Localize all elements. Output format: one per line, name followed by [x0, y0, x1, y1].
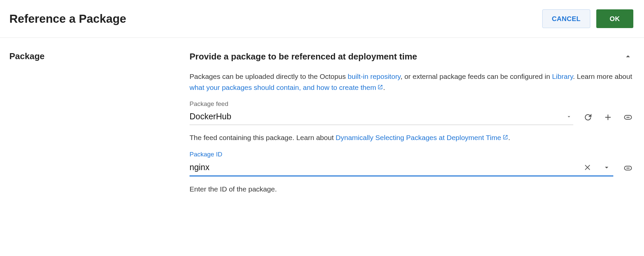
dynamic-packages-link[interactable]: Dynamically Selecting Packages at Deploy… [336, 134, 508, 141]
bind-package-id-button[interactable] [623, 163, 633, 173]
link-text: Dynamically Selecting Packages at Deploy… [336, 134, 501, 141]
content-area: Package Provide a package to be referenc… [0, 38, 644, 215]
section-help-text: Packages can be uploaded directly to the… [190, 71, 633, 93]
refresh-feed-button[interactable] [583, 112, 593, 123]
link-icon [623, 113, 633, 122]
package-feed-row: DockerHub [190, 110, 633, 125]
bind-feed-button[interactable] [623, 112, 633, 123]
dialog-title: Reference a Package [9, 12, 126, 25]
section-label: Package [9, 51, 190, 61]
package-id-inline-actions [583, 162, 612, 173]
package-id-input[interactable] [190, 162, 583, 172]
package-feed-select[interactable]: DockerHub [190, 110, 573, 125]
help-text-fragment: The feed containing this package. Learn … [190, 134, 336, 141]
package-id-row [190, 160, 633, 176]
package-id-label: Package ID [190, 151, 633, 158]
link-text: what your packages should contain, and h… [190, 84, 376, 91]
help-text-fragment: . Learn more about [573, 73, 632, 80]
section-title-row: Provide a package to be referenced at de… [190, 51, 633, 62]
section-body: Provide a package to be referenced at de… [190, 51, 633, 202]
ok-button[interactable]: OK [596, 9, 633, 28]
help-text-fragment: , or external package feeds can be confi… [400, 73, 552, 80]
package-id-dropdown-button[interactable] [601, 162, 612, 173]
add-feed-button[interactable] [603, 112, 613, 123]
external-link-icon [377, 84, 383, 90]
cancel-button[interactable]: CANCEL [542, 9, 590, 28]
feed-actions [583, 112, 633, 123]
clear-package-id-button[interactable] [583, 162, 593, 173]
package-feed-value: DockerHub [190, 112, 231, 121]
help-text-fragment: . [508, 134, 510, 141]
built-in-repository-link[interactable]: built-in repository [348, 73, 400, 80]
section-label-column: Package [9, 51, 190, 202]
package-id-help-text: Enter the ID of the package. [190, 184, 633, 195]
chevron-up-icon [623, 52, 633, 61]
close-icon [584, 163, 592, 171]
dialog-header: Reference a Package CANCEL OK [0, 0, 644, 38]
library-link[interactable]: Library [552, 73, 573, 80]
external-link-icon [503, 134, 508, 140]
package-id-input-wrapper [190, 160, 613, 176]
header-actions: CANCEL OK [542, 9, 633, 28]
refresh-icon [583, 113, 593, 122]
collapse-toggle[interactable] [623, 51, 633, 62]
section-title: Provide a package to be referenced at de… [190, 51, 417, 62]
dropdown-caret-icon [603, 163, 611, 171]
link-icon [623, 163, 633, 173]
package-contents-link[interactable]: what your packages should contain, and h… [190, 84, 383, 91]
help-text-fragment: Packages can be uploaded directly to the… [190, 73, 348, 80]
package-feed-label: Package feed [190, 100, 633, 108]
package-id-actions [623, 163, 633, 173]
dropdown-caret-icon [566, 114, 572, 120]
plus-icon [603, 113, 613, 122]
help-text-fragment: . [383, 84, 385, 91]
feed-help-text: The feed containing this package. Learn … [190, 132, 633, 143]
